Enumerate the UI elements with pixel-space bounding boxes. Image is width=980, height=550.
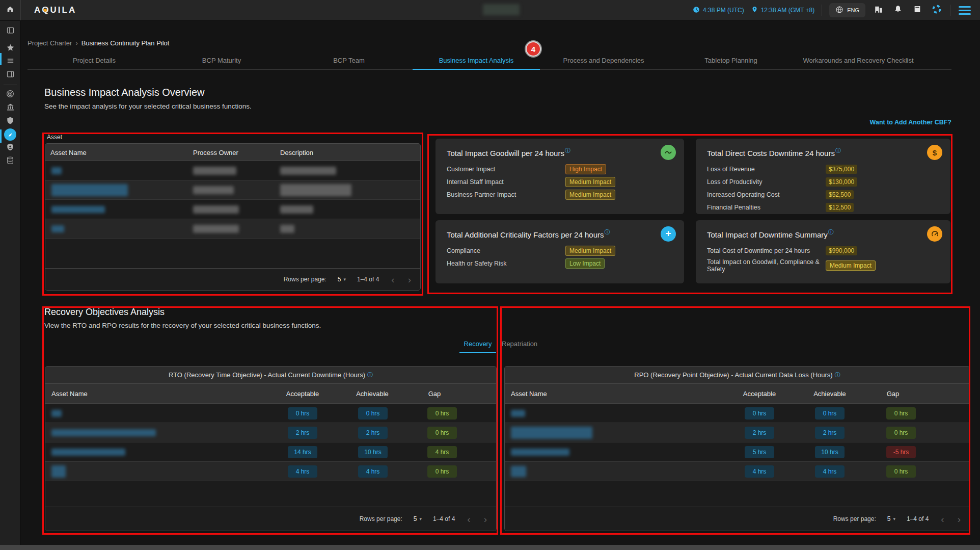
building-icon	[874, 5, 883, 16]
sidebar-toggle-button[interactable]	[0, 24, 20, 38]
impact-badge: High Impact	[565, 164, 606, 174]
tab-repatriation[interactable]: Repatriation	[502, 340, 537, 348]
add-cbf-link[interactable]: Want to Add Another CBF?	[870, 119, 951, 126]
sidebar-item-database[interactable]	[0, 154, 20, 168]
notifications-button[interactable]	[892, 4, 904, 16]
acceptable-value: 0 hrs	[745, 407, 774, 420]
achievable-value: 10 hrs	[815, 446, 845, 458]
impact-badge: Low Impact	[565, 258, 605, 269]
tab-bcp-maturity[interactable]: BCP Maturity	[158, 54, 285, 69]
sidebar-item-shield-user[interactable]	[0, 141, 20, 154]
card-row-label: Increased Operating Cost	[707, 191, 826, 198]
tab-process-and-dependencies[interactable]: Process and Dependencies	[540, 54, 667, 69]
table-row[interactable]: 0 hrs0 hrs0 hrs	[45, 404, 496, 423]
asset-table-row[interactable]	[45, 180, 420, 200]
info-icon[interactable]: ⓘ	[565, 147, 570, 153]
redacted-text	[511, 466, 526, 477]
tab-recovery[interactable]: Recovery	[457, 340, 498, 348]
redacted-text	[51, 167, 62, 174]
achievable-value: 0 hrs	[815, 407, 845, 420]
card-row-label: Financial Penalties	[707, 204, 826, 211]
table-row[interactable]: 14 hrs10 hrs4 hrs	[45, 442, 496, 462]
local-time: 12:38 AM (GMT +8)	[751, 6, 815, 15]
redacted-text	[193, 225, 239, 233]
prev-page-button[interactable]: ‹	[466, 514, 471, 524]
sidebar-item-list[interactable]	[0, 55, 20, 68]
rows-per-page-select[interactable]: 5▾	[887, 515, 895, 522]
redacted-text	[483, 4, 520, 15]
card-row: Health or Safety RiskLow Impact	[447, 258, 673, 269]
card-row-label: Business Partner Impact	[447, 191, 565, 198]
redacted-text	[280, 225, 294, 233]
info-icon[interactable]: ⓘ	[835, 147, 841, 153]
next-page-button[interactable]: ›	[483, 514, 488, 524]
goodwill-icon	[661, 145, 676, 160]
rows-per-page-select[interactable]: 5▾	[414, 515, 422, 522]
next-page-button[interactable]: ›	[957, 514, 962, 524]
impact-badge: $12,500	[826, 203, 854, 212]
tab-tabletop-planning[interactable]: Tabletop Planning	[667, 54, 795, 69]
asset-table-row[interactable]	[45, 200, 420, 219]
organization-button[interactable]	[873, 4, 885, 16]
asset-table-row[interactable]	[45, 161, 420, 180]
sidebar-item-favorites[interactable]	[0, 42, 20, 55]
card-row-label: Health or Safety Risk	[447, 260, 565, 267]
criticality-factors-card: Total Additional Criticality Factors per…	[435, 220, 684, 283]
tab-workarounds-recovery-checklist[interactable]: Workarounds and Recovery Checklist	[795, 54, 922, 69]
table-row[interactable]: 0 hrs0 hrs0 hrs	[505, 404, 970, 423]
prev-page-button[interactable]: ‹	[940, 514, 945, 524]
asset-table-row[interactable]	[45, 219, 420, 239]
tab-bcp-team[interactable]: BCP Team	[285, 54, 413, 69]
asset-table-rows	[45, 161, 420, 239]
column-achievable: Achievable	[356, 390, 389, 398]
sidebar-item-layout[interactable]	[0, 68, 20, 82]
rpo-table-footer: Rows per page: 5▾ 1–4 of 4 ‹ ›	[505, 507, 970, 531]
sidebar-item-institution[interactable]	[0, 101, 20, 115]
card-row-label: Total Impact on Goodwill, Compliance & S…	[707, 258, 826, 273]
table-row[interactable]: 4 hrs4 hrs0 hrs	[505, 462, 970, 481]
info-icon[interactable]: ⓘ	[828, 229, 834, 235]
info-icon[interactable]: ⓘ	[367, 371, 373, 379]
home-button[interactable]	[0, 0, 21, 20]
impact-badge: $130,000	[826, 177, 857, 187]
next-page-button[interactable]: ›	[407, 275, 412, 284]
menu-button[interactable]	[959, 6, 971, 15]
rows-per-page-label: Rows per page:	[284, 276, 326, 283]
sidebar-item-target[interactable]	[0, 88, 20, 101]
card-title: Total Impact of Downtime Summary	[707, 230, 828, 239]
recovery-section-title: Recovery Objectives Analysis	[44, 307, 165, 318]
tab-business-impact-analysis[interactable]: Business Impact Analysis	[413, 54, 540, 69]
card-row: Customer ImpactHigh Impact	[447, 164, 673, 174]
info-icon[interactable]: ⓘ	[835, 371, 840, 379]
asset-table-footer: Rows per page: 5▾ 1–4 of 4 ‹ ›	[45, 268, 420, 290]
sidebar-item-bcp-active[interactable]	[0, 128, 20, 141]
docs-button[interactable]	[911, 4, 923, 16]
panel-left-icon	[6, 26, 15, 37]
prev-page-button[interactable]: ‹	[390, 275, 395, 284]
sidebar-item-shield[interactable]	[0, 115, 20, 128]
card-row-label: Internal Staff Impact	[447, 178, 565, 186]
column-process-owner: Process Owner	[193, 148, 238, 156]
gap-value: 4 hrs	[427, 446, 457, 458]
card-rows: Loss of Revenue$375,000Loss of Productiv…	[707, 164, 939, 213]
table-row[interactable]: 2 hrs2 hrs0 hrs	[45, 423, 496, 442]
table-row[interactable]: 4 hrs4 hrs0 hrs	[45, 462, 496, 481]
redacted-text	[280, 205, 313, 214]
table-row[interactable]: 2 hrs2 hrs0 hrs	[505, 423, 970, 442]
language-selector[interactable]: ENG	[829, 3, 865, 17]
horizontal-scrollbar[interactable]	[0, 545, 980, 550]
breadcrumb-parent[interactable]: Project Charter	[28, 39, 72, 47]
info-icon[interactable]: ⓘ	[604, 229, 610, 235]
shield-user-icon	[6, 143, 14, 153]
column-acceptable: Acceptable	[286, 390, 319, 398]
downtime-summary-card: Total Impact of Downtime Summaryⓘ Total …	[696, 220, 950, 283]
rows-per-page-select[interactable]: 5▾	[338, 276, 346, 283]
support-button[interactable]	[931, 4, 943, 16]
acceptable-value: 4 hrs	[745, 465, 774, 478]
dollar-icon: $	[927, 145, 942, 160]
tab-project-details[interactable]: Project Details	[31, 54, 158, 69]
card-title: Total Additional Criticality Factors per…	[447, 230, 604, 239]
app-logo[interactable]: AQUILA	[34, 5, 76, 15]
chevron-down-icon: ▾	[419, 516, 422, 521]
table-row[interactable]: 5 hrs10 hrs-5 hrs	[505, 442, 970, 462]
